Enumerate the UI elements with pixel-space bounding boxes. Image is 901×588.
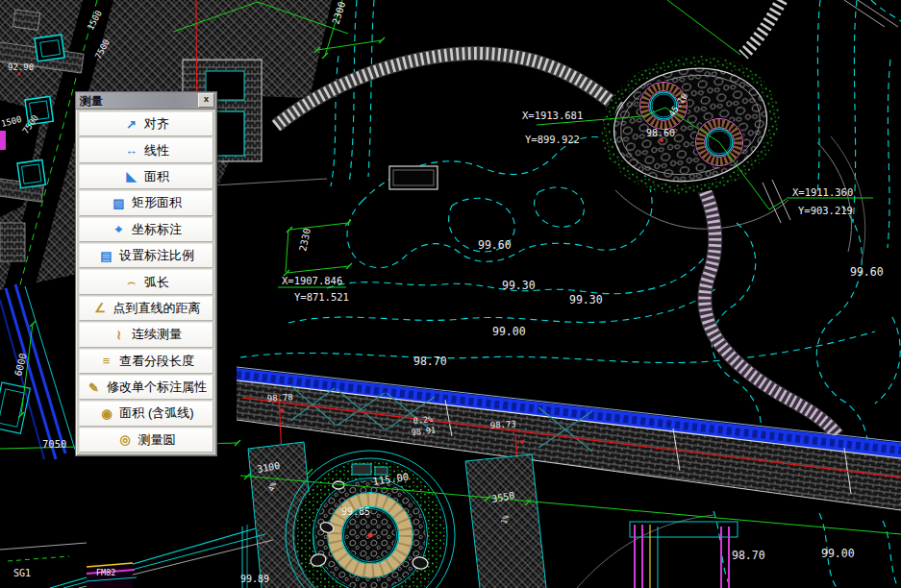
- elevation-label: 99.89: [240, 574, 269, 584]
- arc-length-icon: ⌢: [123, 275, 139, 290]
- menu-item-area[interactable]: ◣面积: [79, 164, 213, 189]
- measure-toolbar-titlebar[interactable]: 测量 x: [76, 92, 216, 110]
- coordinate-label-y: Y=871.521: [294, 291, 349, 303]
- area-tag-label: SG1: [13, 568, 31, 578]
- boardwalk-path: [276, 0, 838, 435]
- menu-item-dim-scale[interactable]: ▤设置标注比例: [79, 243, 213, 268]
- elevation-label: 99.00: [821, 547, 855, 560]
- menu-item-label: 线性: [144, 142, 169, 159]
- measure-menu: ↗对齐 ↔线性 ◣面积 ▨矩形面积 ⌖坐标标注 ▤设置标注比例 ⌢弧长 ∠点到直…: [76, 110, 216, 455]
- menu-item-label: 连续测量: [132, 326, 182, 343]
- area-with-arc-icon: ◉: [98, 406, 114, 421]
- elevation-label: 98.73: [489, 419, 516, 430]
- menu-item-arc-length[interactable]: ⌢弧长: [79, 269, 213, 294]
- elevation-label: 98.78: [266, 392, 293, 404]
- menu-item-point-to-line[interactable]: ∠点到直线的距离: [79, 296, 213, 321]
- bottom-center-structure: [630, 522, 738, 588]
- menu-item-label: 面积 (含弧线): [119, 404, 193, 422]
- menu-item-label: 测量圆: [138, 431, 176, 449]
- coordinate-label-y: Y=903.219: [798, 205, 853, 216]
- menu-item-edit-dim-attr[interactable]: ✎修改单个标注属性: [79, 375, 213, 400]
- menu-item-measure-circle[interactable]: ◎测量圆: [79, 428, 213, 453]
- elevation-label: 99.60: [478, 238, 512, 252]
- elevation-label: 92.90: [8, 62, 34, 72]
- menu-item-label: 坐标标注: [132, 221, 182, 238]
- edit-dimension-attr-icon: ✎: [86, 380, 102, 395]
- linear-dimension-icon: ↔: [123, 143, 139, 158]
- elevation-label: 98.70: [732, 549, 765, 562]
- elevation-label: 99.60: [850, 265, 884, 279]
- menu-item-label: 面积: [144, 168, 169, 185]
- elevation-label: 98.60: [646, 128, 675, 138]
- menu-item-label: 点到直线的距离: [113, 300, 201, 317]
- coordinate-dimension-icon: ⌖: [111, 222, 127, 237]
- menu-item-label: 查看分段长度: [119, 353, 194, 370]
- menu-item-label: 修改单个标注属性: [107, 379, 207, 396]
- menu-item-label: 设置标注比例: [119, 247, 194, 264]
- menu-item-label: 对齐: [144, 115, 169, 133]
- close-icon[interactable]: x: [198, 93, 214, 108]
- menu-item-segment-length[interactable]: ≡查看分段长度: [79, 349, 213, 374]
- menu-item-coordinate-dim[interactable]: ⌖坐标标注: [79, 217, 213, 242]
- menu-item-continuous-measure[interactable]: ≀连续测量: [79, 322, 213, 347]
- menu-item-rect-area[interactable]: ▨矩形面积: [79, 190, 213, 215]
- elevation-label: 99.00: [492, 325, 526, 338]
- elevation-label: 99.30: [502, 279, 536, 292]
- rect-area-icon: ▨: [111, 196, 127, 210]
- dimension-label: 2330: [297, 228, 313, 253]
- elevation-label: 99.30: [569, 293, 603, 306]
- coordinate-label-x: X=1907.846: [282, 275, 342, 286]
- measure-circle-icon: ◎: [117, 432, 134, 447]
- area-tag-label: FM82: [96, 568, 115, 577]
- dimension-scale-icon: ▤: [98, 249, 114, 263]
- menu-item-area-with-arc[interactable]: ◉面积 (含弧线): [79, 401, 213, 426]
- menu-item-linear[interactable]: ↔线性: [79, 137, 213, 162]
- elevation-label: 98.70: [413, 355, 447, 368]
- menu-item-label: 弧长: [144, 274, 169, 291]
- align-dimension-icon: ↗: [123, 117, 139, 132]
- dimension-label: 7050: [42, 438, 66, 450]
- cad-application-window: 2300 2330 X=1907.846 Y=871.521 X=1913.68…: [0, 0, 901, 588]
- point-to-line-icon: ∠: [92, 301, 109, 315]
- measure-toolbar-panel: 测量 x ↗对齐 ↔线性 ◣面积 ▨矩形面积 ⌖坐标标注 ▤设置标注比例 ⌢弧长…: [75, 91, 217, 456]
- menu-item-align[interactable]: ↗对齐: [79, 111, 213, 136]
- ellipse-plaza: [596, 48, 785, 203]
- coordinate-label-y: Y=899.922: [525, 134, 580, 145]
- dimension-label: 2300: [330, 0, 347, 25]
- continuous-measure-icon: ≀: [111, 328, 127, 342]
- coordinate-label-x: X=1911.360: [792, 186, 853, 198]
- slope-label: 0.2%: [413, 414, 433, 426]
- coordinate-label-x: X=1913.681: [522, 110, 583, 121]
- menu-item-label: 矩形面积: [132, 194, 182, 211]
- panel-title: 测量: [80, 93, 198, 109]
- area-icon: ◣: [123, 169, 139, 184]
- segment-length-icon: ≡: [98, 354, 114, 368]
- elevation-label: 99.85: [341, 506, 370, 517]
